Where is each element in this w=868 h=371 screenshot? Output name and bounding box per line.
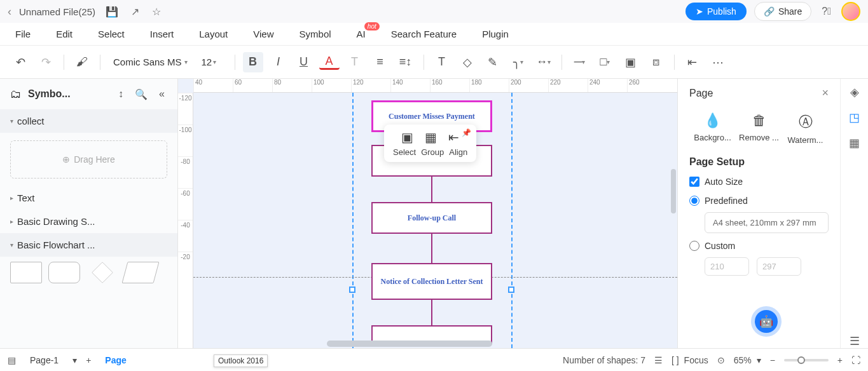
shadow-button[interactable]: ▣ — [621, 52, 641, 72]
save-icon[interactable]: 💾 — [103, 3, 121, 20]
custom-label: Custom — [705, 241, 735, 251]
selection-toolbar: 📌 ▣ ▦ ⇤ Select Group Align — [384, 125, 476, 162]
export-icon[interactable]: ↗ — [128, 3, 142, 20]
section-text[interactable]: ▸Text — [0, 186, 177, 210]
help-icon[interactable]: ?⃝ — [819, 3, 834, 20]
ai-assistant-button[interactable]: 🤖 — [755, 310, 778, 333]
fit-icon[interactable]: ⊙ — [717, 355, 725, 365]
connector-button[interactable]: ╮▾ — [508, 52, 528, 72]
page-options-icon[interactable]: ▾ — [72, 355, 77, 365]
zoom-in-button[interactable]: + — [837, 355, 843, 365]
drop-zone[interactable]: ⊕Drag Here — [10, 140, 167, 179]
shape-parallelogram[interactable] — [121, 262, 159, 283]
background-button[interactable]: 💧Backgro... — [690, 112, 736, 145]
preset-select[interactable]: A4 sheet, 210mm x 297 mm — [705, 212, 829, 233]
font-family-select[interactable]: Comic Sans MS▾ — [108, 54, 193, 70]
select-tool-icon[interactable]: ▣ — [401, 130, 413, 145]
shape-rectangle[interactable] — [10, 262, 42, 283]
menu-file[interactable]: File — [15, 29, 31, 39]
user-avatar[interactable] — [841, 2, 860, 21]
custom-radio[interactable]: Custom — [689, 241, 829, 251]
layers-button[interactable]: ⧈ — [646, 52, 666, 72]
line-spacing-button[interactable]: ≡↕ — [396, 52, 416, 72]
strikethrough-button[interactable]: T — [345, 52, 365, 72]
align-objects-button[interactable]: ⇤ — [682, 52, 703, 72]
zoom-out-button[interactable]: − — [770, 355, 775, 365]
flow-node-4[interactable]: Notice of Collection Letter Sent — [371, 263, 492, 300]
menu-select[interactable]: Select — [98, 29, 125, 39]
rail-style-icon[interactable]: ◈ — [850, 85, 859, 99]
canvas-vscrollbar[interactable] — [671, 169, 676, 213]
arrow-style-button[interactable]: ↔▾ — [534, 52, 554, 72]
menu-ai[interactable]: AI hot — [357, 29, 366, 39]
text-tool-button[interactable]: T — [432, 52, 452, 72]
menu-insert[interactable]: Insert — [150, 29, 174, 39]
back-button[interactable]: ‹ — [8, 5, 11, 18]
menu-symbol[interactable]: Symbol — [300, 29, 331, 39]
width-input[interactable] — [705, 257, 749, 276]
fullscreen-icon[interactable]: ⛶ — [851, 355, 860, 365]
expand-icon[interactable]: ↕ — [116, 88, 126, 100]
undo-button[interactable]: ↶ — [10, 52, 31, 72]
pin-icon[interactable]: 📌 — [462, 128, 471, 137]
font-color-button[interactable]: A — [319, 55, 340, 70]
selection-handle-left[interactable] — [349, 287, 355, 293]
close-panel-icon[interactable]: × — [822, 86, 829, 100]
auto-size-checkbox[interactable]: Auto Size — [689, 177, 829, 187]
zoom-slider[interactable] — [784, 359, 829, 361]
flow-connector-2[interactable] — [431, 177, 432, 202]
rail-page-icon[interactable]: ◳ — [849, 111, 860, 125]
remove-button[interactable]: 🗑Remove ... — [736, 112, 782, 145]
menu-ai-label: AI — [357, 29, 366, 39]
search-icon[interactable]: 🔍 — [132, 88, 150, 100]
flow-node-3[interactable]: Follow-up Call — [371, 202, 492, 234]
section-collect[interactable]: ▾collect — [0, 109, 177, 133]
group-tool-icon[interactable]: ▦ — [425, 130, 437, 145]
section-basic-flowchart-label: Basic Flowchart ... — [17, 239, 95, 250]
underline-button[interactable]: U — [294, 52, 314, 72]
format-painter-button[interactable]: 🖌 — [72, 52, 92, 72]
section-basic-flowchart[interactable]: ▾Basic Flowchart ... — [0, 233, 177, 257]
canvas-hscrollbar[interactable] — [327, 341, 492, 347]
shape-style-button[interactable]: □▾ — [595, 52, 616, 72]
page-tab-1[interactable]: Page-1 — [25, 353, 64, 368]
layers-icon[interactable]: ☰ — [654, 355, 663, 365]
menu-plugin[interactable]: Plugin — [482, 29, 509, 39]
more-button[interactable]: ⋯ — [708, 52, 728, 72]
fill-button[interactable]: ◇ — [457, 52, 478, 72]
redo-button[interactable]: ↷ — [36, 52, 56, 72]
align-tool-icon[interactable]: ⇤ — [448, 130, 459, 145]
outline-toggle[interactable]: ▤ — [8, 355, 16, 365]
watermark-button[interactable]: ⒶWaterm... — [783, 112, 829, 145]
focus-button[interactable]: [ ] Focus — [672, 355, 708, 365]
zoom-value[interactable]: 65% ▾ — [734, 355, 761, 365]
publish-button[interactable]: ➤ Publish — [685, 3, 747, 20]
rail-settings-icon[interactable]: ☰ — [850, 334, 860, 348]
sidebar-title: Symbo... — [28, 88, 109, 100]
font-size-select[interactable]: 12▾ — [198, 54, 227, 70]
canvas[interactable]: 406080100120140160180200220240260 -120-1… — [178, 79, 677, 348]
add-page-button[interactable]: + — [86, 355, 91, 365]
shape-rounded-rect[interactable] — [48, 262, 80, 283]
selection-handle-right[interactable] — [508, 287, 514, 293]
predefined-radio[interactable]: Predefined — [689, 196, 829, 206]
menu-view[interactable]: View — [253, 29, 273, 39]
star-icon[interactable]: ☆ — [149, 3, 163, 20]
bold-button[interactable]: B — [243, 52, 263, 72]
section-basic-drawing[interactable]: ▸Basic Drawing S... — [0, 210, 177, 233]
rail-grid-icon[interactable]: ▦ — [849, 136, 860, 150]
flow-connector-3[interactable] — [431, 234, 432, 263]
italic-button[interactable]: I — [268, 52, 289, 72]
align-button[interactable]: ≡ — [370, 52, 390, 72]
height-input[interactable] — [757, 257, 801, 276]
menu-layout[interactable]: Layout — [199, 29, 228, 39]
flow-connector-4[interactable] — [431, 300, 432, 325]
collapse-sidebar-icon[interactable]: « — [156, 88, 167, 100]
menu-search-feature[interactable]: Search Feature — [391, 29, 457, 39]
page-indicator[interactable]: Page — [100, 353, 131, 368]
share-button[interactable]: 🔗 Share — [754, 2, 811, 21]
menu-edit[interactable]: Edit — [56, 29, 72, 39]
pen-button[interactable]: ✎ — [483, 52, 503, 72]
line-style-button[interactable]: ─▾ — [570, 52, 590, 72]
shape-diamond[interactable] — [92, 262, 113, 283]
